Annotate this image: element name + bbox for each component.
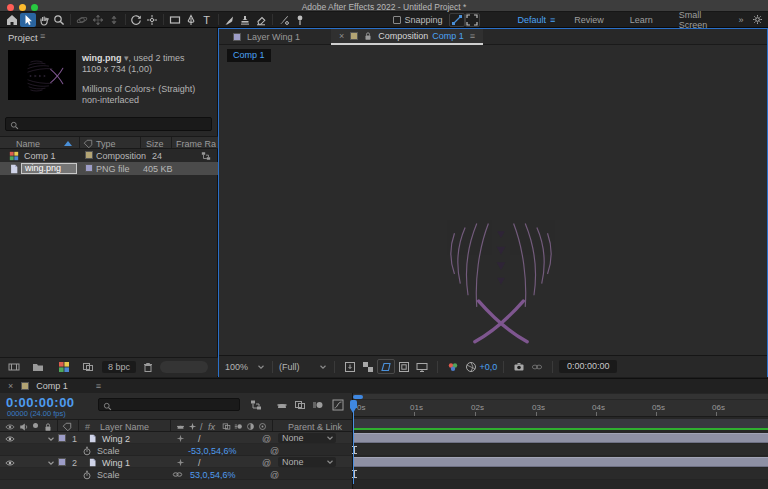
transparency-grid-icon[interactable]	[359, 359, 377, 374]
layer-name[interactable]: Wing 2	[102, 434, 130, 444]
adjustment-switch-icon[interactable]	[246, 421, 255, 431]
snapshot-camera-icon[interactable]	[510, 359, 528, 374]
hide-shy-layers-icon[interactable]	[274, 398, 290, 412]
mask-visibility-icon[interactable]	[377, 359, 395, 374]
property-row-scale-wing1[interactable]: Scale 53,0,54,6% @	[0, 468, 352, 480]
show-snapshot-icon[interactable]	[528, 359, 546, 374]
property-name[interactable]: Scale	[97, 470, 120, 480]
scale-value[interactable]: -53,0,54,6%	[188, 446, 237, 456]
project-row-wingpng[interactable]: wing.png PNG file 405 KB	[0, 162, 218, 175]
current-timecode[interactable]: 0:00:00:00	[6, 395, 75, 410]
layer-duration-bar[interactable]	[353, 457, 768, 467]
graph-editor-icon[interactable]	[330, 398, 346, 412]
workspace-review[interactable]: Review	[574, 15, 604, 25]
column-size[interactable]: Size	[146, 139, 164, 149]
column-type[interactable]: Type	[96, 139, 116, 149]
preview-timecode[interactable]: 0:00:00:00	[559, 360, 617, 373]
shy-switch-icon[interactable]	[176, 421, 185, 431]
parent-link-column[interactable]: Parent & Link	[288, 422, 342, 432]
snapping-checkbox[interactable]	[393, 16, 401, 24]
close-timeline-tab-icon[interactable]: ×	[8, 381, 13, 391]
fx-switch-icon[interactable]: fx	[208, 422, 215, 432]
pan-behind-anchor-tool[interactable]	[144, 13, 160, 27]
item-name-editable[interactable]: wing.png	[21, 163, 77, 174]
bit-depth-button[interactable]: 8 bpc	[102, 361, 136, 373]
workspace-settings-icon[interactable]	[752, 13, 764, 27]
new-folder-icon[interactable]	[32, 361, 44, 373]
timeline-tab-label[interactable]: Comp 1	[36, 381, 68, 391]
lock-icon[interactable]	[363, 31, 373, 42]
parent-dropdown[interactable]: None	[278, 457, 336, 467]
workspace-learn[interactable]: Learn	[630, 15, 653, 25]
lock-column-icon[interactable]	[43, 421, 53, 432]
project-search-input[interactable]	[5, 117, 212, 131]
layer-row-wing1[interactable]: 2 Wing 1 / @ None	[0, 456, 352, 468]
clone-stamp-tool[interactable]	[237, 13, 253, 27]
scale-value[interactable]: 53,0,54,6%	[190, 470, 236, 480]
magnification-dropdown-icon[interactable]	[256, 361, 266, 372]
interpret-footage-icon[interactable]	[8, 361, 20, 373]
layer-name-column[interactable]: Layer Name	[100, 422, 149, 432]
workspace-overflow-icon[interactable]: »	[739, 15, 744, 25]
exposure-value[interactable]: +0,0	[480, 362, 498, 372]
label-color-swatch[interactable]	[85, 151, 93, 159]
view-layout-icon[interactable]	[413, 359, 431, 374]
safe-margins-icon[interactable]	[395, 359, 413, 374]
layer-name[interactable]: Wing 1	[102, 458, 130, 468]
layer-label-swatch[interactable]	[58, 434, 66, 442]
frame-blending-icon[interactable]	[292, 398, 308, 412]
pick-whip-icon[interactable]: @	[270, 446, 279, 456]
link-dimensions-icon[interactable]	[172, 469, 183, 480]
new-composition-icon[interactable]	[58, 361, 70, 373]
sort-ascending-icon[interactable]	[64, 141, 72, 146]
pan-camera-tool[interactable]	[90, 13, 106, 27]
rectangle-tool[interactable]	[167, 13, 183, 27]
snap-to-point-icon[interactable]	[449, 13, 465, 27]
expand-chevron-icon[interactable]	[46, 457, 56, 468]
selection-tool[interactable]	[20, 13, 36, 27]
timeline-tab-menu-icon[interactable]: ≡	[96, 381, 101, 391]
resolution-value[interactable]: (Full)	[279, 362, 300, 372]
region-of-interest-icon[interactable]	[341, 359, 359, 374]
snapping-control[interactable]: Snapping	[393, 15, 443, 25]
video-column-icon[interactable]	[5, 421, 15, 432]
quality-switch-icon[interactable]: /	[200, 422, 203, 432]
snap-bounds-icon[interactable]	[465, 13, 481, 27]
tab-menu-icon[interactable]: ≡	[470, 31, 475, 41]
flowchart-icon[interactable]	[201, 150, 211, 161]
eye-icon[interactable]	[5, 433, 15, 444]
exposure-icon[interactable]	[462, 359, 480, 374]
motion-blur-switch-icon[interactable]	[234, 421, 243, 431]
timeline-search-input[interactable]	[98, 398, 240, 411]
close-tab-icon[interactable]: ×	[339, 31, 344, 41]
layer-duration-bar[interactable]	[353, 433, 768, 443]
solo-column-icon[interactable]	[33, 423, 38, 428]
work-area-bar[interactable]	[353, 419, 768, 428]
stopwatch-icon[interactable]	[82, 469, 92, 480]
layer-number-column[interactable]: #	[85, 422, 90, 432]
property-name[interactable]: Scale	[97, 446, 120, 456]
panel-menu-icon[interactable]: ≡	[40, 31, 45, 41]
hand-tool[interactable]	[36, 13, 52, 27]
expand-chevron-icon[interactable]	[46, 433, 56, 444]
time-ruler[interactable]: 0s 01s 02s 03s 04s 05s 06s	[353, 400, 768, 417]
home-tool[interactable]	[4, 13, 20, 27]
label-column-icon[interactable]	[62, 421, 72, 432]
column-name[interactable]: Name	[16, 139, 40, 149]
type-tool[interactable]: T	[199, 13, 215, 27]
quality-switch[interactable]: /	[198, 434, 201, 444]
workspace-default[interactable]: Default	[517, 15, 546, 25]
pen-tool[interactable]	[183, 13, 199, 27]
collapse-switch-icon[interactable]	[176, 457, 185, 467]
playhead-handle[interactable]	[350, 400, 357, 408]
resolution-dropdown-icon[interactable]	[318, 361, 328, 372]
roto-brush-tool[interactable]	[276, 13, 292, 27]
project-row-comp1[interactable]: Comp 1 Composition 24	[0, 149, 218, 162]
eraser-tool[interactable]	[253, 13, 269, 27]
motion-blur-icon[interactable]	[310, 398, 326, 412]
pick-whip-icon[interactable]: @	[262, 434, 271, 444]
magnification-value[interactable]: 100%	[225, 362, 248, 372]
pick-whip-icon[interactable]: @	[262, 458, 271, 468]
layer-row-wing2[interactable]: 1 Wing 2 / @ None	[0, 432, 352, 444]
brush-tool[interactable]	[222, 13, 238, 27]
